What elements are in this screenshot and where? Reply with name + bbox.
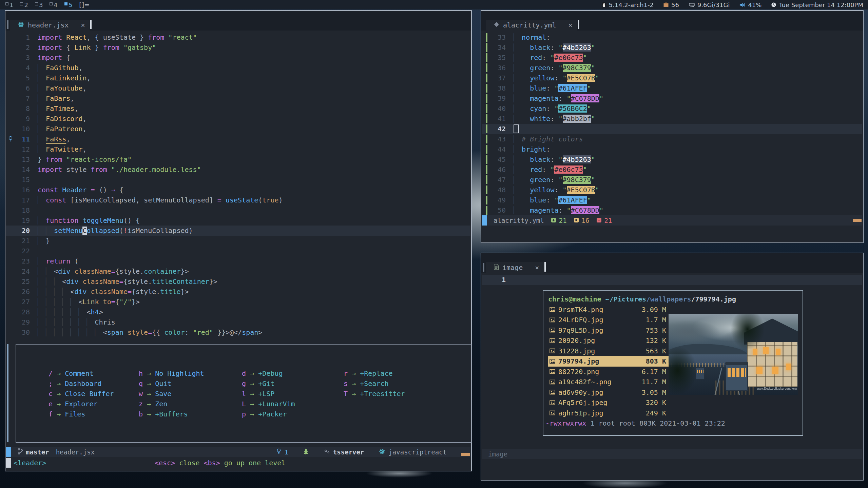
file-row-9rsmTK4.png[interactable]: 9rsmTK4.png3.09 M <box>548 305 670 315</box>
code-line-48[interactable]: 48▏ yellow: "#E5C07B" <box>482 185 862 195</box>
diagnostic-count[interactable]: 1 <box>284 448 288 456</box>
cmdline[interactable]: <leader> <esc> close <bs> go up one leve… <box>6 458 470 468</box>
whichkey-binding-d[interactable]: d → +Debug <box>242 368 344 378</box>
git-branch[interactable]: master <box>26 448 49 456</box>
workspace-5[interactable]: 5 <box>62 1 74 8</box>
leader-indicator: <leader> <box>14 459 46 467</box>
whichkey-binding-s[interactable]: s → +Search <box>344 378 452 389</box>
code-line-1[interactable]: 1import React, { useState } from "react" <box>6 32 470 42</box>
editor-window-header-jsx[interactable]: header.jsx × 1import React, { useState }… <box>5 10 472 471</box>
code-line-6[interactable]: 6▏ FaYoutube, <box>6 83 470 93</box>
file-row-97q9L5D.jpg[interactable]: 97q9L5D.jpg753 K <box>548 325 670 336</box>
code-line-50[interactable]: 50▏ magenta: "#C678DD" <box>482 205 862 215</box>
tab-image[interactable]: image × <box>486 262 544 273</box>
code-line-47[interactable]: 47▏ green: "#98C379" <box>482 175 862 185</box>
whichkey-binding-;[interactable]: ; → Dashboard <box>49 378 139 389</box>
code-line-30[interactable]: 30▏ ▏ ▏ ▏ ▏ ▏ ▏ ▏ <span style={{ color: … <box>6 327 470 337</box>
code-line-49[interactable]: 49▏ blue: "#61AFEF" <box>482 195 862 205</box>
code-line-4[interactable]: 4▏ FaGithub, <box>6 63 470 73</box>
file-row-AFq5r6j.jpeg[interactable]: AFq5r6j.jpeg320 K <box>548 397 670 408</box>
code-line-10[interactable]: 10▏ FaPatreon, <box>6 124 470 134</box>
code-line-26[interactable]: 26▏ ▏ ▏ ▏ <div className={style.title}> <box>6 287 470 297</box>
code-line-29[interactable]: 29▏ ▏ ▏ ▏ ▏ ▏ ▏ Chris <box>6 317 470 327</box>
code-line-38[interactable]: 38▏ blue: "#61AFEF" <box>482 83 862 93</box>
code-line-7[interactable]: 7▏ FaBars, <box>6 93 470 103</box>
whichkey-binding-b[interactable]: b → +Buffers <box>139 409 242 419</box>
scrollbar[interactable] <box>7 344 8 442</box>
code-line-18[interactable]: 18 <box>6 205 470 215</box>
file-row-31228.jpg[interactable]: 31228.jpg563 K <box>548 346 670 356</box>
code-line-19[interactable]: 19▏ function toggleMenu() { <box>6 215 470 226</box>
whichkey-binding-r[interactable]: r → +Replace <box>344 368 452 378</box>
close-icon[interactable]: × <box>81 21 85 29</box>
code-line-46[interactable]: 46▏ red: "#e06c75" <box>482 164 862 175</box>
file-row-ad6v90y.jpg[interactable]: ad6v90y.jpg3.05 M <box>548 387 670 398</box>
whichkey-binding-p[interactable]: p → +Packer <box>242 409 344 419</box>
tab-header-jsx[interactable]: header.jsx × <box>10 20 90 31</box>
code-line-27[interactable]: 27▏ ▏ ▏ ▏ ▏ <Link to={"/"}> <box>6 297 470 307</box>
workspace-4[interactable]: 4 <box>47 1 59 8</box>
whichkey-binding-T[interactable]: T → +Treesitter <box>344 389 452 399</box>
code-line-15[interactable]: 15 <box>6 175 470 185</box>
file-row-882720.png[interactable]: 882720.png6.17 M <box>548 367 670 377</box>
whichkey-binding-z[interactable]: z → Zen <box>139 399 242 409</box>
file-row-24LrDFQ.jpg[interactable]: 24LrDFQ.jpg1.7 M <box>548 315 670 325</box>
code-line-16[interactable]: 16const Header = () ⇒ { <box>6 185 470 195</box>
code-line-20[interactable]: 20▏ ▏ setMenuCollapsed(!isMenuCollapsed) <box>6 226 470 236</box>
code-line-45[interactable]: 45▏ black: "#4b5263" <box>482 154 862 164</box>
code-line-34[interactable]: 34▏ black: "#4b5263" <box>482 42 862 53</box>
code-line-14[interactable]: 14import style from "./header.module.les… <box>6 164 470 175</box>
code-area[interactable]: 1 <box>482 275 862 285</box>
file-row-799794.jpg[interactable]: 799794.jpg803 K <box>548 356 670 367</box>
code-line-36[interactable]: 36▏ green: "#98C379" <box>482 63 862 73</box>
code-area[interactable]: 1import React, { useState } from "react"… <box>6 32 470 337</box>
whichkey-binding-L[interactable]: L → +LunarVim <box>242 399 344 409</box>
code-line-35[interactable]: 35▏ red: "#e06c75" <box>482 53 862 63</box>
whichkey-binding-f[interactable]: f → Files <box>49 409 139 419</box>
code-line-40[interactable]: 40▏ cyan: "#56B6C2" <box>482 103 862 114</box>
code-line-28[interactable]: 28▏ ▏ ▏ ▏ ▏ ▏ <h4> <box>6 307 470 317</box>
code-line-22[interactable]: 22 <box>6 246 470 256</box>
code-line-37[interactable]: 37▏ yellow: "#E5C07B" <box>482 73 862 83</box>
whichkey-binding-/[interactable]: / → Comment <box>49 368 139 378</box>
code-line-23[interactable]: 23▏ return ( <box>6 256 470 266</box>
terminal-window-image[interactable]: image × 1 chris@machine ~/Pictures/wallp… <box>481 253 864 481</box>
code-line-3[interactable]: 3import { <box>6 53 470 63</box>
code-line-42[interactable]: 42 <box>482 124 862 134</box>
whichkey-binding-l[interactable]: l → +LSP <box>242 389 344 399</box>
code-line-24[interactable]: 24▏ ▏ <div className={style.container}> <box>6 266 470 276</box>
code-line-8[interactable]: 8▏ FaTimes, <box>6 103 470 114</box>
code-line-25[interactable]: 25▏ ▏ ▏ <div className={style.titleConta… <box>6 276 470 287</box>
tab-alacritty-yml[interactable]: alacritty.yml × <box>486 20 577 31</box>
code-line-11[interactable]: 11▏ FaRss, <box>6 134 470 144</box>
file-row-20920.jpg[interactable]: 20920.jpg132 K <box>548 335 670 346</box>
file-row-a19c482f~.png[interactable]: a19c482f~.png11.7 M <box>548 377 670 387</box>
code-line-21[interactable]: 21▏ } <box>6 236 470 246</box>
code-line-1[interactable]: 1 <box>482 275 862 285</box>
code-line-41[interactable]: 41▏ white: "#abb2bf" <box>482 114 862 124</box>
whichkey-binding-g[interactable]: g → +Git <box>242 378 344 389</box>
code-line-17[interactable]: 17▏ const [isMenuCollapsed, setMenuColla… <box>6 195 470 205</box>
whichkey-binding-h[interactable]: h → No Highlight <box>139 368 242 378</box>
file-row-aghr5Ip.jpg[interactable]: aghr5Ip.jpg249 K <box>548 408 670 418</box>
code-line-5[interactable]: 5▏ FaLinkedin, <box>6 73 470 83</box>
whichkey-binding-c[interactable]: c → Close Buffer <box>49 389 139 399</box>
code-line-33[interactable]: 33▏ normal: <box>482 32 862 42</box>
whichkey-binding-e[interactable]: e → Explorer <box>49 399 139 409</box>
close-icon[interactable]: × <box>535 263 539 272</box>
code-area[interactable]: 33▏ normal:34▏ black: "#4b5263"35▏ red: … <box>482 32 862 215</box>
close-icon[interactable]: × <box>568 21 573 29</box>
whichkey-binding-w[interactable]: w → Save <box>139 389 242 399</box>
workspace-3[interactable]: 3 <box>33 1 45 8</box>
code-line-44[interactable]: 44▏ bright: <box>482 144 862 154</box>
whichkey-binding-q[interactable]: q → Quit <box>139 378 242 389</box>
code-line-9[interactable]: 9▏ FaDiscord, <box>6 114 470 124</box>
code-line-13[interactable]: 13} from "react-icons/fa" <box>6 154 470 164</box>
code-line-12[interactable]: 12▏ FaTwitter, <box>6 144 470 154</box>
code-line-39[interactable]: 39▏ magenta: "#C678DD" <box>482 93 862 103</box>
code-line-43[interactable]: 43▏ # Bright colors <box>482 134 862 144</box>
code-line-2[interactable]: 2import { Link } from "gatsby" <box>6 42 470 53</box>
editor-window-alacritty-yml[interactable]: alacritty.yml × 33▏ normal:34▏ black: "#… <box>481 10 864 243</box>
workspace-2[interactable]: 2 <box>18 1 30 8</box>
workspace-1[interactable]: 1 <box>3 1 15 8</box>
